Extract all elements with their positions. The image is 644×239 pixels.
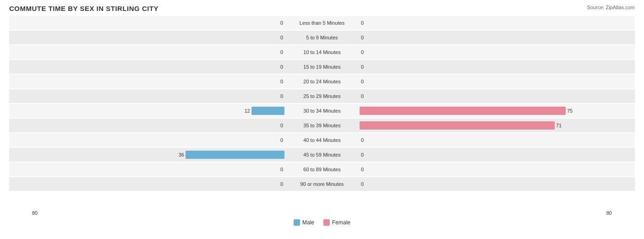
right-side: 0 <box>359 177 635 191</box>
legend: Male Female <box>9 219 635 226</box>
right-side: 75 <box>359 104 635 118</box>
chart-row: 0 5 to 9 Minutes 0 <box>9 31 635 44</box>
right-side: 0 <box>359 60 635 74</box>
chart-row: 0 15 to 19 Minutes 0 <box>9 60 635 74</box>
chart-row: 12 30 to 34 Minutes 75 <box>9 104 635 118</box>
female-value: 0 <box>360 35 365 40</box>
female-value: 75 <box>566 108 574 114</box>
left-side: 0 <box>9 45 285 59</box>
row-label: 20 to 24 Minutes <box>285 79 359 84</box>
male-value: 12 <box>243 108 251 114</box>
left-side: 0 <box>9 89 285 103</box>
female-color-box <box>323 219 330 226</box>
female-value: 0 <box>360 93 365 99</box>
right-side: 0 <box>359 45 635 59</box>
left-side: 0 <box>9 119 285 132</box>
left-side: 0 <box>9 133 285 147</box>
chart-title: COMMUTE TIME BY SEX IN STIRLING CITY <box>9 5 635 12</box>
female-bar <box>360 121 555 130</box>
male-value: 0 <box>279 123 284 128</box>
row-label: 45 to 59 Minutes <box>285 152 359 158</box>
right-side: 0 <box>359 75 635 88</box>
chart-row: 0 35 to 39 Minutes 71 <box>9 119 635 132</box>
female-value: 0 <box>360 49 365 55</box>
chart-row: 0 40 to 44 Minutes 0 <box>9 133 635 147</box>
female-value: 0 <box>360 167 365 172</box>
right-side: 0 <box>359 148 635 162</box>
row-label: 10 to 14 Minutes <box>285 49 359 55</box>
bottom-labels: 80 80 <box>9 210 635 216</box>
left-side: 0 <box>9 60 285 74</box>
left-side: 0 <box>9 16 285 30</box>
right-side: 0 <box>359 16 635 30</box>
left-side: 0 <box>9 177 285 191</box>
chart-row: 0 10 to 14 Minutes 0 <box>9 45 635 59</box>
female-value: 0 <box>360 181 365 187</box>
left-side: 0 <box>9 31 285 44</box>
left-side: 0 <box>9 163 285 176</box>
row-label: Less than 5 Minutes <box>285 20 359 26</box>
male-value: 0 <box>279 35 284 40</box>
right-side: 0 <box>359 31 635 44</box>
right-side: 71 <box>359 119 635 132</box>
chart-container: COMMUTE TIME BY SEX IN STIRLING CITY Sou… <box>0 0 644 239</box>
chart-row: 0 25 to 29 Minutes 0 <box>9 89 635 103</box>
row-label: 15 to 19 Minutes <box>285 64 359 70</box>
row-label: 60 to 89 Minutes <box>285 167 359 172</box>
right-side: 0 <box>359 133 635 147</box>
male-value: 0 <box>279 49 284 55</box>
chart-row: 0 Less than 5 Minutes 0 <box>9 16 635 30</box>
female-value: 0 <box>360 137 365 143</box>
right-side: 0 <box>359 163 635 176</box>
female-value: 71 <box>555 123 563 128</box>
source-label: Source: ZipAtlas.com <box>587 5 635 10</box>
male-value: 0 <box>279 181 284 187</box>
bottom-left-label: 80 <box>32 210 38 216</box>
legend-female: Female <box>323 219 350 226</box>
chart-row: 36 45 to 59 Minutes 0 <box>9 148 635 162</box>
row-label: 90 or more Minutes <box>285 181 359 187</box>
male-color-box <box>294 219 300 226</box>
male-bar <box>251 107 284 115</box>
legend-male: Male <box>294 219 314 226</box>
female-label: Female <box>332 219 350 226</box>
male-label: Male <box>302 219 314 226</box>
row-label: 5 to 9 Minutes <box>285 35 359 40</box>
left-side: 12 <box>9 104 285 118</box>
row-label: 35 to 39 Minutes <box>285 123 359 128</box>
chart-area: 0 Less than 5 Minutes 0 0 5 to 9 Minutes… <box>9 16 635 208</box>
male-value: 36 <box>177 152 186 158</box>
bottom-right-label: 80 <box>606 210 612 216</box>
male-value: 0 <box>279 93 284 99</box>
row-label: 25 to 29 Minutes <box>285 93 359 99</box>
row-label: 40 to 44 Minutes <box>285 137 359 143</box>
chart-row: 0 20 to 24 Minutes 0 <box>9 75 635 88</box>
right-side: 0 <box>359 89 635 103</box>
left-side: 36 <box>9 148 285 162</box>
chart-row: 0 60 to 89 Minutes 0 <box>9 163 635 176</box>
female-value: 0 <box>360 152 365 158</box>
male-value: 0 <box>279 167 284 172</box>
male-value: 0 <box>279 79 284 84</box>
male-value: 0 <box>279 20 284 26</box>
female-bar <box>360 107 566 115</box>
male-value: 0 <box>279 64 284 70</box>
female-value: 0 <box>360 64 365 70</box>
female-value: 0 <box>360 20 365 26</box>
male-bar <box>186 151 284 159</box>
male-value: 0 <box>279 137 284 143</box>
left-side: 0 <box>9 75 285 88</box>
female-value: 0 <box>360 79 365 84</box>
row-label: 30 to 34 Minutes <box>285 108 359 114</box>
chart-row: 0 90 or more Minutes 0 <box>9 177 635 191</box>
